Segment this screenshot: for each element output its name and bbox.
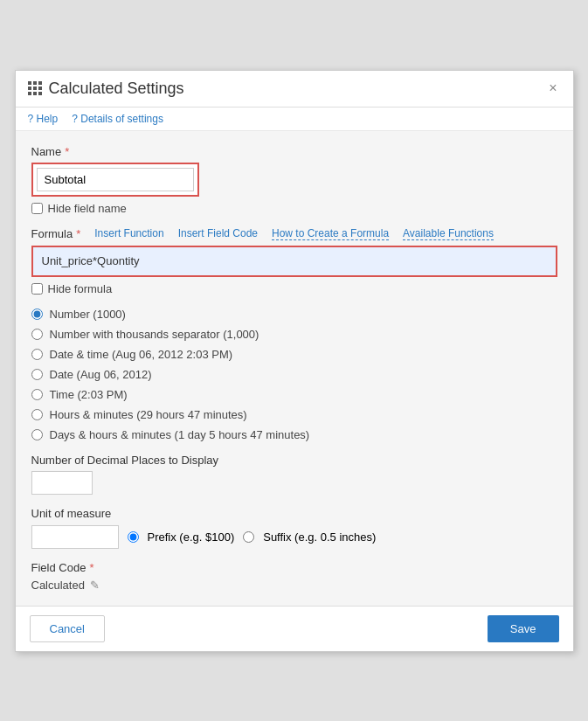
format-radio-1[interactable]	[31, 329, 43, 340]
suffix-label: Suffix (e.g. 0.5 inches)	[263, 530, 376, 544]
hide-formula-checkbox[interactable]	[31, 283, 43, 295]
format-radio-6[interactable]	[31, 429, 43, 440]
format-label-5: Hours & minutes (29 hours 47 minutes)	[50, 408, 247, 421]
format-option-2: Date & time (Aug 06, 2012 2:03 PM)	[31, 348, 557, 361]
hide-field-name-checkbox[interactable]	[31, 203, 43, 214]
formula-section: Formula * Insert Function Insert Field C…	[31, 227, 557, 295]
format-option-4: Time (2:03 PM)	[31, 388, 557, 401]
field-code-section: Field Code * Calculated ✎	[31, 561, 557, 592]
decimal-input[interactable]	[31, 471, 93, 495]
format-radio-0[interactable]	[31, 309, 43, 320]
close-button[interactable]: ×	[545, 80, 560, 96]
help-link[interactable]: Help	[28, 113, 59, 125]
format-label-4: Time (2:03 PM)	[50, 388, 128, 401]
cancel-button[interactable]: Cancel	[30, 615, 105, 642]
format-option-6: Days & hours & minutes (1 day 5 hours 47…	[31, 428, 557, 441]
hide-formula-label: Hide formula	[48, 282, 113, 295]
available-functions-link[interactable]: Available Functions	[403, 227, 494, 240]
field-code-value-row: Calculated ✎	[31, 579, 557, 592]
prefix-radio[interactable]	[128, 531, 139, 543]
field-code-value: Calculated	[31, 579, 85, 592]
decimal-section: Number of Decimal Places to Display	[31, 454, 557, 495]
details-link-label: Details of settings	[80, 113, 163, 125]
calculated-settings-dialog: Calculated Settings × Help ? Details of …	[15, 70, 574, 652]
format-option-5: Hours & minutes (29 hours 47 minutes)	[31, 408, 557, 421]
format-radio-group: Number (1000) Number with thousands sepa…	[31, 308, 557, 441]
toolbar: Help ? Details of settings	[16, 107, 573, 131]
save-button[interactable]: Save	[488, 615, 559, 642]
hide-field-name-label: Hide field name	[48, 202, 127, 215]
name-input[interactable]	[37, 168, 194, 191]
format-label-3: Date (Aug 06, 2012)	[50, 368, 152, 381]
name-box	[31, 163, 199, 197]
field-code-edit-icon[interactable]: ✎	[90, 579, 100, 592]
formula-value: Unit_price*Quontity	[42, 254, 140, 267]
format-label-2: Date & time (Aug 06, 2012 2:03 PM)	[50, 348, 233, 361]
format-option-0: Number (1000)	[31, 308, 557, 321]
unit-input[interactable]	[31, 525, 119, 549]
prefix-label: Prefix (e.g. $100)	[148, 530, 235, 544]
formula-label: Formula *	[31, 227, 81, 240]
format-option-1: Number with thousands separator (1,000)	[31, 328, 557, 341]
format-label-0: Number (1000)	[50, 308, 126, 321]
suffix-radio[interactable]	[243, 531, 254, 543]
how-to-link[interactable]: How to Create a Formula	[272, 227, 389, 240]
format-label-6: Days & hours & minutes (1 day 5 hours 47…	[50, 428, 310, 441]
field-code-label: Field Code *	[31, 561, 557, 574]
insert-function-button[interactable]: Insert Function	[94, 227, 163, 239]
dialog-title: Calculated Settings	[49, 80, 184, 98]
dialog-content: Name * Hide field name Formula * Insert …	[16, 131, 573, 606]
format-section: Number (1000) Number with thousands sepa…	[31, 308, 557, 441]
decimal-label: Number of Decimal Places to Display	[31, 454, 557, 467]
format-option-3: Date (Aug 06, 2012)	[31, 368, 557, 381]
name-label: Name *	[31, 145, 557, 158]
formula-box[interactable]: Unit_price*Quontity	[31, 246, 557, 277]
formula-header: Formula * Insert Function Insert Field C…	[31, 227, 557, 240]
grid-icon	[28, 81, 42, 95]
unit-section: Unit of measure Prefix (e.g. $100) Suffi…	[31, 507, 557, 549]
insert-field-code-button[interactable]: Insert Field Code	[178, 227, 258, 239]
format-radio-5[interactable]	[31, 409, 43, 420]
format-radio-3[interactable]	[31, 369, 43, 380]
title-bar-left: Calculated Settings	[28, 80, 184, 98]
hide-formula-row: Hide formula	[31, 282, 557, 295]
format-label-1: Number with thousands separator (1,000)	[50, 328, 259, 341]
unit-row: Prefix (e.g. $100) Suffix (e.g. 0.5 inch…	[31, 525, 557, 549]
format-radio-4[interactable]	[31, 389, 43, 400]
unit-label: Unit of measure	[31, 507, 557, 520]
name-section: Name * Hide field name	[31, 145, 557, 215]
dialog-footer: Cancel Save	[16, 606, 573, 651]
details-link-prefix: ?	[72, 113, 80, 125]
title-bar: Calculated Settings ×	[16, 71, 573, 107]
format-radio-2[interactable]	[31, 349, 43, 360]
details-link[interactable]: ? Details of settings	[72, 113, 163, 125]
hide-field-name-row: Hide field name	[31, 202, 557, 215]
